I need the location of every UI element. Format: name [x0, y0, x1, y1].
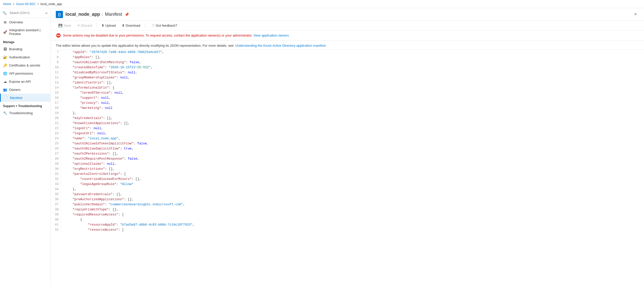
breadcrumb-sep-2: > — [37, 2, 39, 6]
sidebar-item-expose-label: Expose an API — [9, 80, 31, 83]
breadcrumb-home[interactable]: Home — [3, 2, 11, 6]
line-number: 21 — [53, 121, 59, 126]
pin-icon[interactable]: 📌 — [125, 12, 129, 16]
save-button[interactable]: 💾 Save — [56, 22, 74, 29]
line-number: 38 — [53, 207, 59, 212]
sidebar-item-branding-label: Branding — [9, 47, 22, 51]
sidebar-support-section: Support + Troubleshooting — [0, 102, 50, 109]
code-line: "preAuthorizedApplications": [], — [65, 197, 640, 202]
expose-icon: ☁ — [3, 79, 7, 83]
sidebar-item-api-permissions[interactable]: 🌐 API permissions — [0, 69, 50, 77]
code-line: "appId": "29707420-7e00-44b3-b060-700625… — [65, 50, 640, 55]
page-title-sep: | — [102, 12, 103, 16]
breadcrumb-ad[interactable]: Azure AD B2C — [16, 2, 36, 6]
sidebar-item-owners[interactable]: 👥 Owners — [0, 86, 50, 94]
sidebar-item-troubleshooting[interactable]: 🔧 Troubleshooting — [0, 109, 50, 117]
code-line: "keyCredentials": [], — [65, 116, 640, 121]
sidebar-item-auth-label: Authentication — [9, 55, 30, 59]
code-line: }, — [65, 111, 640, 116]
line-numbers: 7891011121314151617181920212223242526272… — [51, 50, 61, 232]
sidebar-item-manifest[interactable]: 📄 Manifest — [0, 94, 50, 102]
discard-icon: ✕ — [77, 24, 80, 27]
line-number: 19 — [53, 111, 59, 116]
code-line: }, — [65, 187, 640, 192]
sidebar: 🔍 « ⊞ Overview 🚀 Integration assistant |… — [0, 8, 51, 286]
owners-icon: 👥 — [3, 88, 7, 92]
line-number: 9 — [53, 60, 59, 65]
sidebar-manage-section: Manage — [0, 38, 50, 45]
manifest-doc-link[interactable]: Understanding the Azure Active Directory… — [235, 44, 326, 47]
line-number: 22 — [53, 126, 59, 131]
discard-label: Discard — [81, 24, 92, 27]
line-number: 16 — [53, 95, 59, 100]
code-line: "oauth2Permissions": [], — [65, 151, 640, 156]
line-number: 7 — [53, 50, 59, 55]
discard-button[interactable]: ✕ Discard — [75, 22, 95, 29]
code-line: "oauth2RequirePostResponse": false, — [65, 156, 640, 161]
line-number: 14 — [53, 85, 59, 90]
upload-button[interactable]: ⬆ Upload — [99, 22, 118, 29]
sidebar-item-overview[interactable]: ⊞ Overview — [0, 18, 50, 26]
sidebar-item-integration-assistant[interactable]: 🚀 Integration assistant | Preview — [0, 26, 50, 38]
sidebar-item-branding[interactable]: 🖼 Branding — [0, 45, 50, 53]
line-number: 27 — [53, 151, 59, 156]
save-icon: 💾 — [58, 24, 62, 27]
search-icon: 🔍 — [3, 11, 7, 15]
heart-icon: ♡ — [152, 24, 155, 27]
search-input[interactable] — [8, 10, 43, 16]
troubleshoot-icon: 🔧 — [3, 111, 7, 115]
editor-area[interactable]: 7891011121314151617181920212223242526272… — [51, 50, 644, 286]
api-icon: 🌐 — [3, 71, 7, 75]
code-line: "publisherDomain": "commerceonboardingb2… — [65, 202, 640, 207]
line-number: 35 — [53, 192, 59, 197]
code-line: "countriesBlockedForMinors": [], — [65, 177, 640, 182]
code-line: "informationalUrls": { — [65, 85, 640, 90]
line-number: 41 — [53, 222, 59, 227]
line-number: 13 — [53, 80, 59, 85]
line-number: 26 — [53, 146, 59, 151]
sidebar-item-overview-label: Overview — [9, 20, 23, 24]
sidebar-item-api-label: API permissions — [9, 72, 33, 75]
line-number: 8 — [53, 55, 59, 60]
line-number: 37 — [53, 202, 59, 207]
line-number: 40 — [53, 217, 59, 222]
code-line: "disabledByMicrosoftStatus": null, — [65, 70, 640, 75]
line-number: 33 — [53, 182, 59, 187]
feedback-label: Got feedback? — [156, 24, 177, 27]
code-line: "groupMembershipClaims": null, — [65, 75, 640, 80]
code-line: "replyUrlsWithType": [], — [65, 207, 640, 212]
page-title: Manifest — [105, 12, 122, 17]
sidebar-collapse-button[interactable]: « — [45, 10, 48, 15]
sidebar-item-troubleshoot-label: Troubleshooting — [9, 111, 33, 115]
page-app-name: local_node_app — [65, 12, 100, 17]
auth-icon: 🔐 — [3, 55, 7, 59]
page-header: {} local_node_app | Manifest 📌 × — [51, 8, 644, 21]
code-line: "logoutUrl": null, — [65, 131, 640, 136]
code-line: "createdDateTime": "2020-10-15T23:55:55Z… — [65, 65, 640, 70]
sidebar-item-authentication[interactable]: 🔐 Authentication — [0, 53, 50, 61]
toolbar-sep-2 — [145, 23, 145, 28]
sidebar-item-expose-api[interactable]: ☁ Expose an API — [0, 77, 50, 86]
line-number: 30 — [53, 166, 59, 172]
line-number: 32 — [53, 177, 59, 182]
upload-icon: ⬆ — [101, 24, 104, 27]
close-button[interactable]: × — [632, 11, 639, 18]
line-number: 20 — [53, 116, 59, 121]
sidebar-item-certificates[interactable]: 🔑 Certificates & secrets — [0, 61, 50, 69]
line-number: 34 — [53, 187, 59, 192]
view-owners-link[interactable]: View application owners — [253, 33, 289, 37]
download-button[interactable]: ⬇ Download — [119, 22, 143, 29]
feedback-button[interactable]: ♡ Got feedback? — [149, 22, 180, 29]
breadcrumb-current: local_node_app — [40, 2, 62, 6]
content-area: {} local_node_app | Manifest 📌 × 💾 Save … — [51, 8, 644, 286]
code-line: "oauth2AllowImplicitFlow": true, — [65, 146, 640, 151]
code-line: "knownClientApplications": [], — [65, 121, 640, 126]
code-line: "optionalClaims": null, — [65, 161, 640, 166]
warning-text: Some actions may be disabled due to your… — [63, 33, 252, 37]
breadcrumb-sep-1: > — [13, 2, 14, 6]
code-line: "passwordCredentials": [], — [65, 192, 640, 197]
sidebar-search-container: 🔍 « — [0, 8, 50, 18]
line-number: 39 — [53, 212, 59, 217]
line-number: 10 — [53, 65, 59, 70]
line-number: 18 — [53, 106, 59, 111]
